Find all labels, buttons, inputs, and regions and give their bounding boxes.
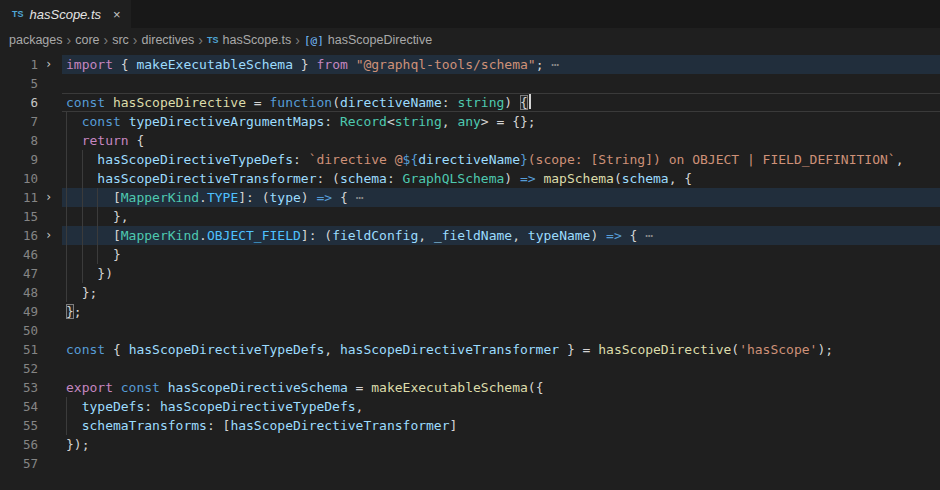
code-line-47[interactable]: 47 }) — [0, 264, 940, 283]
code-token: , — [324, 342, 340, 357]
line-number: 47 — [0, 264, 38, 283]
code-token: any — [457, 114, 480, 129]
code-token: { — [121, 57, 137, 72]
code-text[interactable]: hasScopeDirectiveTypeDefs: `directive @$… — [66, 150, 903, 169]
code-token: makeExecutableSchema — [136, 57, 293, 72]
code-token: : [ — [207, 418, 230, 433]
code-token: ( — [731, 342, 739, 357]
code-token: ⋯ — [645, 228, 653, 243]
code-token: MapperKind — [121, 190, 199, 205]
code-line-51[interactable]: 51const { hasScopeDirectiveTypeDefs, has… — [0, 340, 940, 359]
code-token: 'hasScope' — [739, 342, 817, 357]
breadcrumb-item-directives[interactable]: directives — [142, 33, 195, 47]
code-line-54[interactable]: 54 typeDefs: hasScopeDirectiveTypeDefs, — [0, 397, 940, 416]
code-line-8[interactable]: 8 return { — [0, 131, 940, 150]
code-text[interactable]: hasScopeDirectiveTransformer: (schema: G… — [66, 169, 692, 188]
code-line-11[interactable]: 11› [MapperKind.TYPE]: (type) => { ⋯ — [0, 188, 940, 207]
breadcrumb: packages›core›src›directives›TShasScope.… — [0, 28, 940, 52]
chevron-right-icon: › — [63, 32, 76, 48]
code-token: fieldConfig — [332, 228, 418, 243]
code-text[interactable]: import { makeExecutableSchema } from "@g… — [66, 55, 559, 74]
code-line-50[interactable]: 50 — [0, 321, 940, 340]
code-text[interactable]: }); — [66, 435, 89, 454]
code-line-16[interactable]: 16› [MapperKind.OBJECT_FIELD]: (fieldCon… — [0, 226, 940, 245]
code-text[interactable]: const { hasScopeDirectiveTypeDefs, hasSc… — [66, 340, 833, 359]
code-text[interactable]: [MapperKind.OBJECT_FIELD]: (fieldConfig,… — [66, 226, 653, 245]
code-token: from — [316, 57, 355, 72]
code-token: => — [317, 190, 333, 205]
line-number: 9 — [0, 150, 38, 169]
code-token: = — [246, 95, 269, 110]
fold-chevron-icon[interactable]: › — [45, 226, 61, 245]
typescript-file-icon: TS — [207, 35, 219, 45]
code-text[interactable]: schemaTransforms: [hasScopeDirectiveTran… — [66, 416, 457, 435]
code-token: type — [270, 190, 301, 205]
code-editor[interactable]: 1›import { makeExecutableSchema } from "… — [0, 52, 940, 490]
code-token: "@graphql-tools/schema" — [356, 57, 536, 72]
code-token: typeDefs — [66, 399, 144, 414]
breadcrumb-item-core[interactable]: core — [75, 33, 99, 47]
code-token: [ — [66, 228, 121, 243]
code-token: ( — [614, 171, 622, 186]
code-text[interactable]: const typeDirectiveArgumentMaps: Record<… — [66, 112, 536, 131]
breadcrumb-label: hasScope.ts — [223, 33, 292, 47]
code-text[interactable]: export const hasScopeDirectiveSchema = m… — [66, 378, 543, 397]
code-line-53[interactable]: 53export const hasScopeDirectiveSchema =… — [0, 378, 940, 397]
code-line-6[interactable]: 6const hasScopeDirective = function(dire… — [0, 93, 940, 112]
breadcrumb-item-src[interactable]: src — [112, 33, 129, 47]
code-text[interactable]: return { — [66, 131, 144, 150]
line-number: 46 — [0, 245, 38, 264]
code-token: ; — [74, 304, 82, 319]
code-text[interactable]: }) — [66, 264, 113, 283]
code-line-5[interactable]: 5 — [0, 74, 940, 93]
line-number: 8 — [0, 131, 38, 150]
breadcrumb-item-hasscope-ts[interactable]: TShasScope.ts — [207, 33, 291, 47]
code-token: , — [442, 114, 458, 129]
code-line-15[interactable]: 15 }, — [0, 207, 940, 226]
line-number: 51 — [0, 340, 38, 359]
code-line-55[interactable]: 55 schemaTransforms: [hasScopeDirectiveT… — [0, 416, 940, 435]
code-token: { — [332, 190, 355, 205]
chevron-right-icon: › — [129, 32, 142, 48]
code-token: ( — [332, 95, 340, 110]
line-number: 54 — [0, 397, 38, 416]
code-line-52[interactable]: 52 — [0, 359, 940, 378]
code-text[interactable]: }; — [66, 283, 97, 302]
code-token: Record — [340, 114, 387, 129]
code-token: const — [121, 380, 168, 395]
code-token: { — [129, 133, 145, 148]
line-number: 57 — [0, 454, 38, 473]
code-text[interactable]: }, — [66, 207, 129, 226]
code-text[interactable]: } — [66, 245, 121, 264]
code-text[interactable]: const hasScopeDirective = function(direc… — [66, 93, 531, 112]
code-line-1[interactable]: 1›import { makeExecutableSchema } from "… — [0, 55, 940, 74]
code-token: }; — [66, 285, 97, 300]
code-line-48[interactable]: 48 }; — [0, 283, 940, 302]
code-line-7[interactable]: 7 const typeDirectiveArgumentMaps: Recor… — [0, 112, 940, 131]
code-token: TYPE — [207, 190, 238, 205]
code-text[interactable]: [MapperKind.TYPE]: (type) => { ⋯ — [66, 188, 363, 207]
code-text[interactable]: typeDefs: hasScopeDirectiveTypeDefs, — [66, 397, 363, 416]
fold-chevron-icon[interactable]: › — [45, 188, 61, 207]
close-icon[interactable]: × — [113, 8, 121, 21]
line-number: 1 — [0, 55, 38, 74]
breadcrumb-item-packages[interactable]: packages — [9, 33, 63, 47]
code-text[interactable]: }; — [66, 302, 82, 321]
code-token: ⋯ — [551, 57, 559, 72]
code-line-10[interactable]: 10 hasScopeDirectiveTransformer: (schema… — [0, 169, 940, 188]
code-line-56[interactable]: 56}); — [0, 435, 940, 454]
tab-hasscope[interactable]: TS hasScope.ts × — [0, 0, 131, 28]
code-token: _fieldName — [434, 228, 512, 243]
breadcrumb-item-hasscopedirective[interactable]: [@]hasScopeDirective — [304, 33, 432, 47]
code-token: : — [324, 114, 340, 129]
code-line-9[interactable]: 9 hasScopeDirectiveTypeDefs: `directive … — [0, 150, 940, 169]
code-line-49[interactable]: 49}; — [0, 302, 940, 321]
code-token: string — [395, 114, 442, 129]
fold-chevron-icon[interactable]: › — [45, 55, 61, 74]
code-token: `directive @ — [309, 152, 403, 167]
code-token: ); — [817, 342, 833, 357]
code-token: ) — [504, 95, 520, 110]
code-line-46[interactable]: 46 } — [0, 245, 940, 264]
code-line-57[interactable]: 57 — [0, 454, 940, 473]
line-number: 10 — [0, 169, 38, 188]
